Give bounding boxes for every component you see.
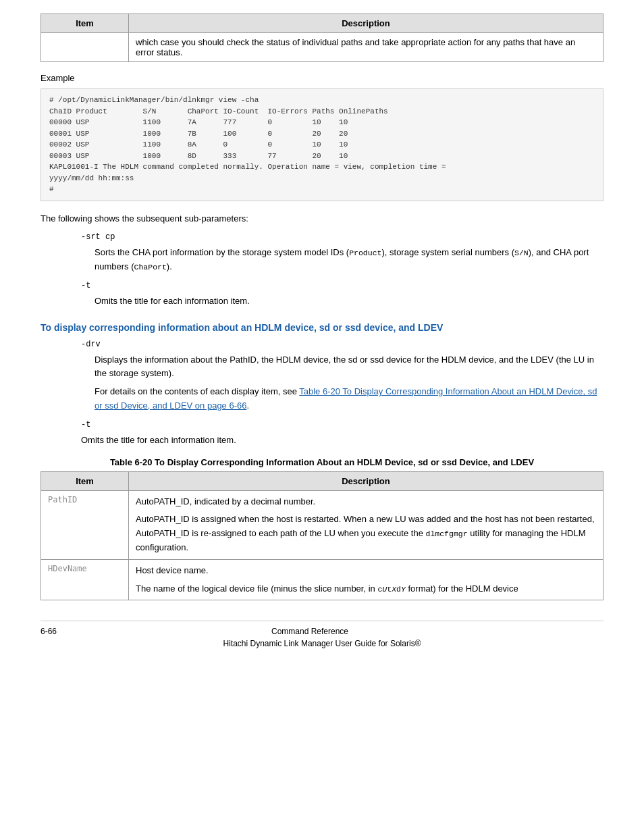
param-t2-desc-container: Omits the title for each information ite…	[81, 434, 603, 448]
table2-desc-cell: Host device name.The name of the logical…	[129, 559, 603, 600]
param-drv-desc-container: Displays the information about the PathI…	[95, 353, 603, 413]
top-table-desc-header: Description	[129, 14, 603, 33]
param-t1-desc-text: Omits the title for each information ite…	[95, 294, 603, 309]
table2-item-header: Item	[41, 471, 129, 490]
code-chaport: ChaPort	[134, 263, 167, 271]
param-t1-label: -t	[81, 281, 603, 290]
table2-item-cell: PathID	[41, 490, 129, 559]
param-drv-desc2-pre: For details on the contents of each disp…	[95, 386, 299, 396]
param-t2-label: -t	[81, 420, 603, 429]
table-row: which case you should check the status o…	[41, 33, 603, 62]
table-row: HDevNameHost device name.The name of the…	[41, 559, 603, 600]
param-srt-desc: Sorts the CHA port information by the st…	[95, 246, 603, 274]
code-block: # /opt/DynamicLinkManager/bin/dlnkmgr vi…	[41, 88, 603, 201]
footer-title: Command Reference	[271, 627, 348, 636]
param-t1-desc-container: Omits the title for each information ite…	[95, 294, 603, 309]
top-table-item-cell	[41, 33, 129, 62]
param-drv-desc1: Displays the information about the PathI…	[95, 353, 603, 382]
table-row: PathIDAutoPATH_ID, indicated by a decima…	[41, 490, 603, 559]
table2: Item Description PathIDAutoPATH_ID, indi…	[41, 471, 603, 601]
code-product: Product	[349, 249, 381, 257]
param-drv-desc2-post: .	[246, 400, 249, 411]
table2-item-cell: HDevName	[41, 559, 129, 600]
table2-desc-cell: AutoPATH_ID, indicated by a decimal numb…	[129, 490, 603, 559]
table2-title: Table 6-20 To Display Corresponding Info…	[41, 457, 603, 467]
top-table-desc-cell: which case you should check the status o…	[129, 33, 603, 62]
following-text: The following shows the subsequent sub-p…	[41, 212, 603, 226]
footer: 6-66 Command Reference	[41, 621, 603, 636]
section-heading: To display corresponding information abo…	[41, 322, 603, 333]
footer-page: 6-66	[41, 627, 57, 636]
param-drv-label: -drv	[81, 340, 603, 349]
param-drv-desc2: For details on the contents of each disp…	[95, 385, 603, 413]
example-heading: Example	[41, 73, 603, 83]
top-table: Item Description which case you should c…	[41, 14, 603, 62]
top-table-item-header: Item	[41, 14, 129, 33]
param-srt-desc-text: Sorts the CHA port information by the st…	[95, 246, 603, 274]
param-t2-desc-text: Omits the title for each information ite…	[81, 434, 603, 448]
param-srt-label: -srt cp	[81, 232, 603, 242]
footer-product: Hitachi Dynamic Link Manager User Guide …	[223, 639, 421, 648]
code-sn: S/N	[514, 249, 529, 257]
table2-desc-header: Description	[129, 471, 603, 490]
